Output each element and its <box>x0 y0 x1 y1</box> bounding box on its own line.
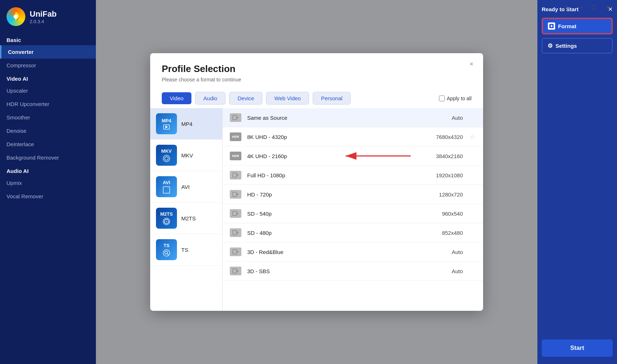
logo-icon <box>7 7 25 26</box>
section-basic: Basic <box>0 33 96 45</box>
mp4-play-icon <box>163 124 170 130</box>
section-audio-ai: Audio AI <box>0 164 96 176</box>
dialog-content: MP4 MP4 MKV <box>150 108 483 311</box>
video-icon <box>230 113 241 122</box>
resolution-3d-rb[interactable]: 3D - Red&Blue Auto <box>223 242 483 262</box>
tab-device[interactable]: Device <box>229 92 262 105</box>
svg-rect-12 <box>233 173 237 177</box>
res-name-8k: 8K UHD - 4320p <box>247 134 421 140</box>
format-item-mp4[interactable]: MP4 MP4 <box>150 108 222 140</box>
svg-marker-19 <box>237 232 238 234</box>
avi-film-icon <box>163 186 170 194</box>
sidebar-item-vocal-remover[interactable]: Vocal Remover <box>0 190 96 203</box>
resolution-8k[interactable]: HDR 8K UHD - 4320p 7680x4320 ☆ <box>223 127 483 147</box>
res-name-1080p: Full HD - 1080p <box>247 172 421 178</box>
resolution-540p[interactable]: SD - 540p 960x540 <box>223 204 483 223</box>
res-dim-1080p: 1920x1080 <box>427 172 463 178</box>
resolution-3d-sbs[interactable]: 3D - SBS Auto <box>223 262 483 281</box>
resolution-list: Same as Source Auto HDR 8K UHD - 4320p 7… <box>223 108 483 311</box>
sidebar-item-smoother[interactable]: Smoother <box>0 111 96 124</box>
ts-label: TS <box>181 247 188 253</box>
tab-personal[interactable]: Personal <box>313 92 351 105</box>
res-star-8k[interactable]: ☆ <box>469 133 476 141</box>
sidebar-item-upscaler[interactable]: Upscaler <box>0 84 96 97</box>
res-dim-480p: 852x480 <box>427 230 463 236</box>
svg-point-5 <box>165 157 168 160</box>
apply-all-container: Apply to all <box>439 96 472 101</box>
res-name-720p: HD - 720p <box>247 191 421 198</box>
hdr-icon-8k: HDR <box>230 132 241 141</box>
format-item-avi[interactable]: AVI AVI <box>150 171 222 203</box>
menu-button[interactable]: ≡ <box>563 4 570 11</box>
svg-marker-23 <box>237 270 238 272</box>
tab-bar: Video Audio Device Web Video Personal Ap… <box>150 88 483 108</box>
res-dim-3d-sbs: Auto <box>427 268 463 274</box>
format-item-mkv[interactable]: MKV MKV <box>150 140 222 171</box>
avi-icon: AVI <box>156 176 177 197</box>
format-icon <box>548 22 555 30</box>
app-logo: UniFab 2.0.3.4 <box>0 0 96 33</box>
svg-marker-4 <box>165 126 168 128</box>
svg-marker-11 <box>237 117 238 119</box>
video-icon-720p <box>230 190 241 199</box>
tab-audio[interactable]: Audio <box>195 92 225 105</box>
svg-marker-17 <box>237 212 238 215</box>
svg-point-7 <box>166 221 167 222</box>
format-item-ts[interactable]: TS TS <box>150 234 222 266</box>
mp4-label: MP4 <box>181 121 193 127</box>
brand-name: UniFab <box>30 9 57 19</box>
svg-rect-14 <box>233 192 237 196</box>
sidebar: UniFab 2.0.3.4 Basic Converter Compresso… <box>0 0 96 364</box>
hdr-icon-4k: HDR <box>230 152 241 160</box>
svg-rect-20 <box>233 250 237 254</box>
sidebar-item-compressor[interactable]: Compressor <box>0 59 96 72</box>
start-button[interactable]: Start <box>542 339 613 357</box>
resolution-4k[interactable]: HDR 4K UHD - 2160p 3840x2160 <box>223 147 483 166</box>
resolution-480p[interactable]: SD - 480p 852x480 <box>223 223 483 242</box>
version-label: 2.0.3.4 <box>30 19 57 24</box>
svg-rect-10 <box>233 115 237 120</box>
res-dim-3d-rb: Auto <box>427 249 463 255</box>
res-dim-8k: 7680x4320 <box>427 134 463 140</box>
res-dim-540p: 960x540 <box>427 211 463 217</box>
maximize-button[interactable]: ☐ <box>590 4 597 11</box>
avi-label: AVI <box>181 184 190 190</box>
sidebar-item-denoise[interactable]: Denoise <box>0 124 96 137</box>
res-name-3d-sbs: 3D - SBS <box>247 268 421 274</box>
main-area: ≡ — ☐ ✕ Ready to Start ✕ Format ⚙ Settin… <box>96 0 617 364</box>
sidebar-item-deinterlace[interactable]: Deinterlace <box>0 137 96 151</box>
sidebar-item-background-remover[interactable]: Background Remover <box>0 151 96 164</box>
dialog-overlay: × Profile Selection Please choose a form… <box>96 0 537 364</box>
svg-marker-21 <box>237 251 238 253</box>
sidebar-item-hdr-upconverter[interactable]: HDR Upconverter <box>0 97 96 111</box>
ts-search-icon <box>163 249 170 257</box>
dialog-subtitle: Please choose a format to continue <box>162 77 472 82</box>
resolution-720p[interactable]: HD - 720p 1280x720 <box>223 185 483 204</box>
sidebar-item-converter[interactable]: Converter <box>0 45 96 59</box>
tab-web-video[interactable]: Web Video <box>266 92 309 105</box>
apply-all-checkbox[interactable] <box>439 96 445 101</box>
video-icon-1080p <box>230 171 241 179</box>
svg-point-1 <box>14 14 18 19</box>
svg-marker-15 <box>237 193 238 195</box>
logo-text: UniFab 2.0.3.4 <box>30 9 57 24</box>
mp4-icon: MP4 <box>156 113 177 134</box>
settings-icon: ⚙ <box>548 42 553 49</box>
format-item-m2ts[interactable]: M2TS M2TS <box>150 203 222 234</box>
settings-button[interactable]: ⚙ Settings <box>542 38 613 54</box>
format-button[interactable]: Format <box>542 18 613 34</box>
svg-rect-18 <box>233 230 237 235</box>
mkv-circle-icon <box>163 155 170 162</box>
res-name-3d-rb: 3D - Red&Blue <box>247 249 421 255</box>
resolution-same-as-source[interactable]: Same as Source Auto <box>223 108 483 127</box>
dialog-close-button[interactable]: × <box>467 60 476 68</box>
dialog-header: Profile Selection Please choose a format… <box>150 53 483 88</box>
close-button[interactable]: ✕ <box>604 4 611 11</box>
video-icon-3d-sbs <box>230 267 241 275</box>
ts-icon: TS <box>156 239 177 260</box>
minimize-button[interactable]: — <box>576 4 584 11</box>
sidebar-item-upmix[interactable]: Upmix <box>0 176 96 190</box>
tab-video[interactable]: Video <box>162 92 191 104</box>
svg-marker-13 <box>237 174 238 176</box>
resolution-1080p[interactable]: Full HD - 1080p 1920x1080 <box>223 166 483 185</box>
